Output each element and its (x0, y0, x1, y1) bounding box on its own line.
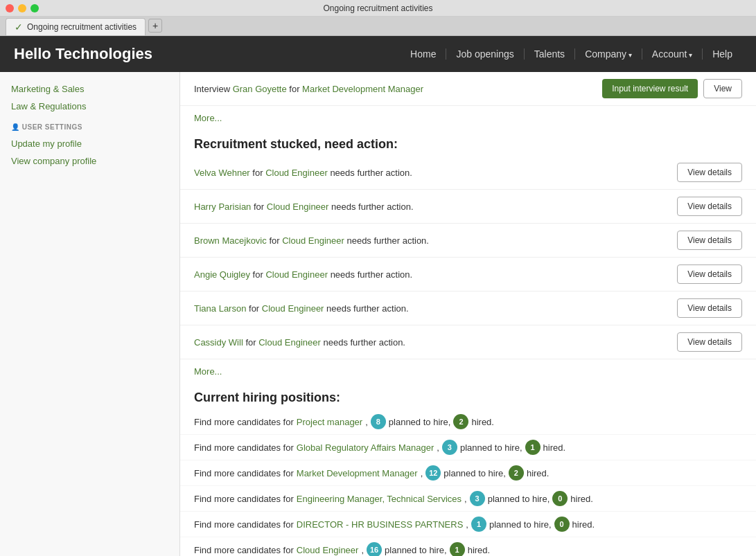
interview-row: Interview Gran Goyette for Market Develo… (180, 72, 756, 106)
stuck-row-1: Harry Parisian for Cloud Engineer needs … (180, 190, 756, 224)
window-title: Ongoing recruitment activities (323, 3, 432, 13)
minimize-button[interactable] (18, 4, 26, 12)
hiring-row-0: Find more candidates for Project manager… (180, 409, 756, 435)
tab-bar: ✓ Ongoing recruitment activities + (0, 17, 756, 36)
stuck-row-4: Tiana Larson for Cloud Engineer needs fu… (180, 292, 756, 325)
stuck-name-5[interactable]: Cassidy Will (194, 337, 243, 348)
view-details-button-3[interactable]: View details (677, 264, 742, 284)
hiring-hired-label-4: hired. (572, 519, 595, 530)
view-details-button-0[interactable]: View details (677, 163, 742, 182)
view-details-button-4[interactable]: View details (677, 298, 742, 318)
nav-links: Home Job openings Talents Company Accoun… (401, 48, 742, 60)
main-layout: Marketing & Sales Law & Regulations 👤 US… (0, 72, 756, 556)
hiring-row-4: Find more candidates for DIRECTOR - HR B… (180, 512, 756, 537)
stuck-position-4[interactable]: Cloud Engineer (262, 303, 324, 314)
hiring-position-5[interactable]: Cloud Engineer (297, 545, 359, 555)
stuck-position-2[interactable]: Cloud Engineer (282, 235, 344, 246)
hiring-position-3[interactable]: Engineering Manager, Technical Services (297, 494, 461, 504)
hiring-hired-label-5: hired. (468, 545, 491, 555)
hiring-prefix-3: Find more candidates for (194, 494, 294, 504)
interview-name[interactable]: Gran Goyette (233, 84, 287, 94)
maximize-button[interactable] (30, 4, 39, 12)
stuck-row-text-4: Tiana Larson for Cloud Engineer needs fu… (194, 303, 409, 314)
view-interview-button[interactable]: View (703, 79, 742, 98)
stuck-row-text-5: Cassidy Will for Cloud Engineer needs fu… (194, 337, 405, 348)
interview-prefix: Interview (194, 84, 233, 94)
window-controls (6, 4, 39, 12)
new-tab-button[interactable]: + (148, 19, 162, 33)
sidebar-link-marketing[interactable]: Marketing & Sales (0, 80, 179, 98)
sidebar: Marketing & Sales Law & Regulations 👤 US… (0, 72, 180, 556)
hiring-position-0[interactable]: Project manager (297, 417, 362, 427)
title-bar: Ongoing recruitment activities (0, 0, 756, 17)
stuck-row-text-2: Brown Macejkovic for Cloud Engineer need… (194, 235, 429, 246)
input-interview-result-button[interactable]: Input interview result (602, 79, 698, 98)
hiring-prefix-2: Find more candidates for (194, 468, 294, 478)
tab-label: Ongoing recruitment activities (27, 22, 137, 32)
more-link-1[interactable]: More... (180, 106, 756, 130)
hiring-planned-badge-4: 1 (471, 517, 486, 532)
sidebar-link-law[interactable]: Law & Regulations (0, 98, 179, 115)
hiring-hired-badge-2: 2 (509, 465, 524, 481)
hiring-hired-badge-5: 1 (450, 542, 465, 556)
stuck-position-5[interactable]: Cloud Engineer (258, 337, 321, 348)
hiring-planned-label-4: planned to hire, (489, 519, 552, 530)
hiring-planned-label-2: planned to hire, (443, 468, 506, 478)
hiring-planned-label-0: planned to hire, (389, 417, 451, 427)
hiring-hired-badge-1: 1 (525, 440, 540, 455)
hiring-planned-label-1: planned to hire, (460, 442, 522, 453)
hiring-prefix-1: Find more candidates for (194, 442, 294, 453)
sidebar-link-update-profile[interactable]: Update my profile (0, 135, 179, 152)
stuck-name-0[interactable]: Velva Wehner (194, 168, 250, 178)
view-details-button-2[interactable]: View details (677, 231, 742, 250)
interview-position[interactable]: Market Development Manager (302, 84, 423, 94)
nav-company[interactable]: Company (575, 48, 642, 60)
nav-job-openings[interactable]: Job openings (446, 48, 524, 60)
sidebar-link-company-profile[interactable]: View company profile (0, 152, 179, 170)
hiring-row-1: Find more candidates for Global Regulato… (180, 435, 756, 460)
stuck-name-1[interactable]: Harry Parisian (194, 201, 251, 212)
stuck-name-2[interactable]: Brown Macejkovic (194, 235, 267, 246)
stuck-position-1[interactable]: Cloud Engineer (267, 201, 329, 212)
hiring-planned-badge-2: 12 (425, 465, 441, 481)
stuck-row-5: Cassidy Will for Cloud Engineer needs fu… (180, 325, 756, 359)
hiring-hired-badge-3: 0 (552, 491, 568, 506)
active-tab[interactable]: ✓ Ongoing recruitment activities (6, 18, 146, 35)
hiring-row-5: Find more candidates for Cloud Engineer,… (180, 537, 756, 556)
nav-account[interactable]: Account (642, 48, 703, 60)
navbar: Hello Technologies Home Job openings Tal… (0, 36, 756, 72)
main-content: Interview Gran Goyette for Market Develo… (180, 72, 756, 556)
stuck-row-text-3: Angie Quigley for Cloud Engineer needs f… (194, 269, 412, 280)
brand-logo: Hello Technologies (14, 45, 401, 63)
hiring-prefix-0: Find more candidates for (194, 417, 294, 427)
stuck-position-0[interactable]: Cloud Engineer (265, 168, 328, 178)
stuck-position-3[interactable]: Cloud Engineer (265, 269, 328, 280)
close-button[interactable] (6, 4, 14, 12)
hiring-hired-badge-4: 0 (554, 517, 570, 532)
stuck-row-text-0: Velva Wehner for Cloud Engineer needs fu… (194, 168, 412, 178)
hiring-hired-label-0: hired. (471, 417, 494, 427)
hiring-planned-badge-0: 8 (371, 414, 386, 429)
stuck-name-4[interactable]: Tiana Larson (194, 303, 246, 314)
user-settings-section-title: 👤 USER SETTINGS (0, 115, 179, 135)
hiring-position-2[interactable]: Market Development Manager (297, 468, 418, 478)
stuck-row-text-1: Harry Parisian for Cloud Engineer needs … (194, 201, 414, 212)
interview-row-text: Interview Gran Goyette for Market Develo… (194, 84, 423, 94)
view-details-button-5[interactable]: View details (677, 332, 742, 352)
nav-talents[interactable]: Talents (525, 48, 575, 60)
stuck-row-2: Brown Macejkovic for Cloud Engineer need… (180, 224, 756, 258)
view-details-button-1[interactable]: View details (677, 197, 742, 216)
hiring-position-1[interactable]: Global Regulatory Affairs Manager (297, 442, 434, 453)
hiring-planned-badge-1: 3 (442, 440, 457, 455)
hiring-planned-badge-3: 3 (470, 491, 485, 506)
hiring-position-4[interactable]: DIRECTOR - HR BUSINESS PARTNERS (297, 519, 464, 530)
hiring-section-heading: Current hiring positions: (180, 384, 756, 409)
hiring-row-2: Find more candidates for Market Developm… (180, 460, 756, 486)
stuck-name-3[interactable]: Angie Quigley (194, 269, 250, 280)
hiring-hired-label-1: hired. (543, 442, 566, 453)
more-link-2[interactable]: More... (180, 359, 756, 384)
stuck-section-heading: Recruitment stucked, need action: (180, 130, 756, 156)
hiring-row-3: Find more candidates for Engineering Man… (180, 486, 756, 512)
nav-help[interactable]: Help (703, 48, 742, 60)
nav-home[interactable]: Home (401, 48, 446, 60)
